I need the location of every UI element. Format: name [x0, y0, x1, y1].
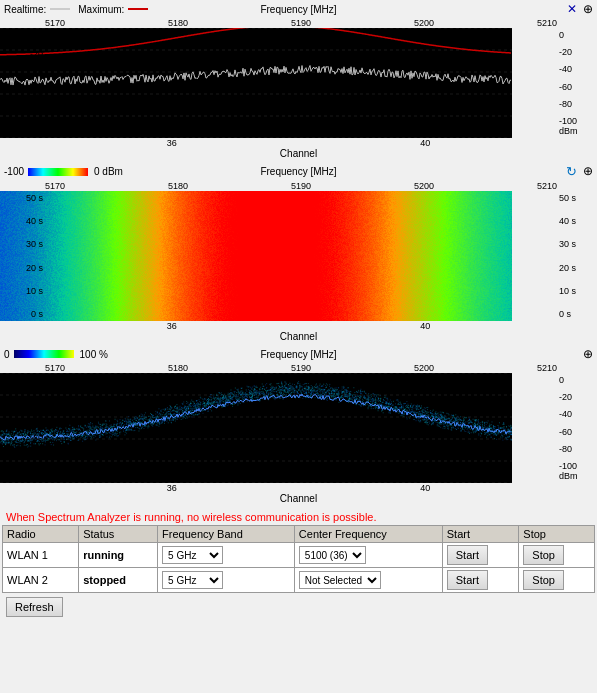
close-icon[interactable]: ✕ — [567, 2, 577, 16]
waterfall-x-ticks: 36 40 — [0, 321, 597, 331]
wlan1-status: running — [79, 543, 158, 568]
dutycycle-freq-ticks: 5170 5180 5190 5200 5210 — [0, 363, 597, 373]
status-table: Radio Status Frequency Band Center Frequ… — [2, 525, 595, 593]
wlan2-stop-button[interactable]: Stop — [523, 570, 564, 590]
refresh-button[interactable]: Refresh — [6, 597, 63, 617]
waterfall-title-row: -100 0 dBm Frequency [MHz] ↻ ⊕ — [0, 162, 597, 181]
spectrum-section: Realtime: Maximum: Frequency [MHz] ✕ ⊕ 5… — [0, 0, 597, 162]
dutycycle-y-left: 0 -20 -40 -60 -80 -100 — [0, 373, 45, 483]
col-status: Status — [79, 526, 158, 543]
dutycycle-chart-area: 0 -20 -40 -60 -80 -100 0 -20 -40 -60 -80… — [0, 373, 597, 483]
waterfall-freq-ticks: 5170 5180 5190 5200 5210 — [0, 181, 597, 191]
dutycycle-gradient-icon — [14, 350, 74, 358]
wlan2-radio: WLAN 2 — [3, 568, 79, 593]
realtime-label: Realtime: — [4, 4, 46, 15]
col-stop: Stop — [519, 526, 595, 543]
dutycycle-x-ticks: 36 40 — [0, 483, 597, 493]
waterfall-section: -100 0 dBm Frequency [MHz] ↻ ⊕ 5170 5180… — [0, 162, 597, 345]
realtime-line-icon — [50, 8, 70, 10]
wlan2-freq-band-select[interactable]: 5 GHz 2.4 GHz — [162, 571, 223, 589]
waterfall-y-left: 50 s 40 s 30 s 20 s 10 s 0 s — [0, 191, 45, 321]
dutycycle-y-right: 0 -20 -40 -60 -80 -100 dBm — [557, 373, 597, 483]
wlan2-start-button[interactable]: Start — [447, 570, 488, 590]
spectrum-freq-ticks: 5170 5180 5190 5200 5210 — [0, 18, 597, 28]
wlan2-status: stopped — [79, 568, 158, 593]
dutycycle-title-row: 0 100 % Frequency [MHz] ⊕ — [0, 345, 597, 363]
waterfall-max-label: 0 dBm — [94, 166, 123, 177]
wlan1-radio: WLAN 1 — [3, 543, 79, 568]
warning-message: When Spectrum Analyzer is running, no wi… — [0, 507, 597, 525]
wlan2-start-cell: Start — [442, 568, 519, 593]
dutycycle-min-label: 0 — [4, 349, 10, 360]
spectrum-icons: ✕ ⊕ — [567, 2, 593, 16]
main-container: Realtime: Maximum: Frequency [MHz] ✕ ⊕ 5… — [0, 0, 597, 621]
waterfall-channel-label: Channel — [0, 331, 597, 345]
dutycycle-channel-label: Channel — [0, 493, 597, 507]
wlan2-freq-band-cell: 5 GHz 2.4 GHz — [158, 568, 295, 593]
spectrum-freq-label: Frequency [MHz] — [260, 4, 336, 15]
refresh-row: Refresh — [0, 593, 597, 621]
max-line-icon — [128, 8, 148, 10]
dutycycle-freq-label: Frequency [MHz] — [260, 349, 336, 360]
table-row: WLAN 1 running 5 GHz 2.4 GHz 5100 (36) 5… — [3, 543, 595, 568]
refresh-waterfall-icon[interactable]: ↻ — [566, 164, 577, 179]
spectrum-y-left: 0 -20 -40 -60 -80 -100 — [0, 28, 45, 138]
col-radio: Radio — [3, 526, 79, 543]
col-center-freq: Center Frequency — [294, 526, 442, 543]
waterfall-freq-label: Frequency [MHz] — [260, 166, 336, 177]
waterfall-gradient-icon — [28, 168, 88, 176]
waterfall-y-right: 50 s 40 s 30 s 20 s 10 s 0 s — [557, 191, 597, 321]
spectrum-title-row: Realtime: Maximum: Frequency [MHz] ✕ ⊕ — [0, 0, 597, 18]
waterfall-canvas — [0, 191, 512, 321]
dutycycle-icons: ⊕ — [583, 347, 593, 361]
waterfall-icons: ↻ ⊕ — [566, 164, 593, 179]
wlan1-center-freq-cell: 5100 (36) 5120 (40) — [294, 543, 442, 568]
wlan2-center-freq-select[interactable]: Not Selected 5100 (36) 5120 (40) — [299, 571, 381, 589]
wlan1-stop-button[interactable]: Stop — [523, 545, 564, 565]
max-label: Maximum: — [78, 4, 124, 15]
zoom-waterfall-icon[interactable]: ⊕ — [583, 164, 593, 179]
col-start: Start — [442, 526, 519, 543]
spectrum-x-ticks: 36 40 — [0, 138, 597, 148]
dutycycle-canvas — [0, 373, 512, 483]
waterfall-min-label: -100 — [4, 166, 24, 177]
wlan1-freq-band-select[interactable]: 5 GHz 2.4 GHz — [162, 546, 223, 564]
wlan2-stop-cell: Stop — [519, 568, 595, 593]
spectrum-y-right: 0 -20 -40 -60 -80 -100 dBm — [557, 28, 597, 138]
col-freq-band: Frequency Band — [158, 526, 295, 543]
table-row: WLAN 2 stopped 5 GHz 2.4 GHz Not Selecte… — [3, 568, 595, 593]
table-header-row: Radio Status Frequency Band Center Frequ… — [3, 526, 595, 543]
wlan1-freq-band-cell: 5 GHz 2.4 GHz — [158, 543, 295, 568]
spectrum-chart-area: 0 -20 -40 -60 -80 -100 0 -20 -40 -60 -80… — [0, 28, 597, 138]
wlan1-stop-cell: Stop — [519, 543, 595, 568]
wlan1-start-cell: Start — [442, 543, 519, 568]
dutycycle-max-label: 100 % — [80, 349, 108, 360]
spectrum-channel-label: Channel — [0, 148, 597, 162]
wlan1-center-freq-select[interactable]: 5100 (36) 5120 (40) — [299, 546, 366, 564]
zoom-dutycycle-icon[interactable]: ⊕ — [583, 347, 593, 361]
zoom-icon[interactable]: ⊕ — [583, 2, 593, 16]
dutycycle-section: 0 100 % Frequency [MHz] ⊕ 5170 5180 5190… — [0, 345, 597, 507]
spectrum-canvas — [0, 28, 512, 138]
wlan1-start-button[interactable]: Start — [447, 545, 488, 565]
waterfall-chart-area: 50 s 40 s 30 s 20 s 10 s 0 s 50 s 40 s 3… — [0, 191, 597, 321]
wlan2-center-freq-cell: Not Selected 5100 (36) 5120 (40) — [294, 568, 442, 593]
